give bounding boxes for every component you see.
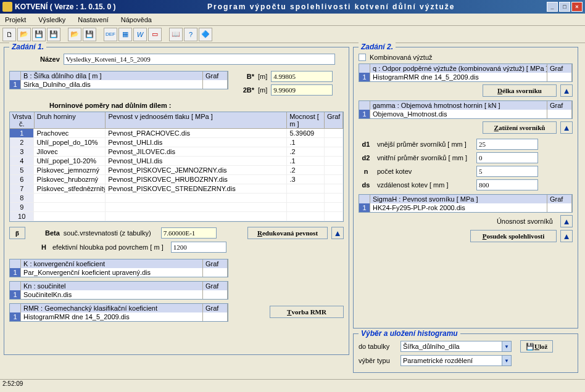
pevnost-cell[interactable] bbox=[106, 194, 287, 203]
delka-up-icon[interactable]: ▲ bbox=[560, 84, 573, 97]
table-row[interactable]: 3JílovecPevnost_JILOVEC.dis.2 bbox=[10, 147, 343, 157]
druh-cell[interactable] bbox=[34, 212, 106, 221]
table-row[interactable]: 1PrachovecPevnost_PRACHOVEC.dis5.39609 bbox=[10, 129, 343, 138]
h-value[interactable] bbox=[171, 242, 226, 253]
pevnost-cell[interactable] bbox=[106, 203, 287, 212]
ds-input[interactable] bbox=[476, 179, 538, 190]
rmr-graf-head[interactable]: Graf bbox=[203, 304, 228, 312]
minimize-button[interactable]: _ bbox=[547, 2, 558, 12]
graf-cell[interactable] bbox=[325, 203, 343, 212]
tool-new-icon[interactable]: 🗋 bbox=[2, 28, 16, 41]
do-tabulky-combo[interactable]: Šířka_důlního_díla ▼ bbox=[400, 341, 512, 352]
pevnost-cell[interactable]: Pevnost_UHLI.dis bbox=[106, 157, 287, 166]
mocnost-cell[interactable]: .2 bbox=[287, 147, 325, 157]
mocnost-cell[interactable]: .1 bbox=[287, 157, 325, 166]
zatizeni-svorniku-button[interactable]: Zatížení svorníků bbox=[483, 121, 557, 134]
tool-w-icon[interactable]: W bbox=[133, 28, 147, 41]
menu-nastaveni[interactable]: Nastavení bbox=[75, 15, 111, 25]
n-input[interactable] bbox=[476, 166, 538, 177]
druh-cell[interactable]: Pískovec_jemnozrný bbox=[34, 166, 106, 175]
tool-box-icon[interactable]: ▭ bbox=[148, 28, 162, 41]
maximize-button[interactable]: □ bbox=[559, 2, 570, 12]
tool-import-icon[interactable]: 📂 bbox=[68, 28, 81, 41]
tool-save-icon[interactable]: 💾 bbox=[32, 28, 46, 41]
tool-book-icon[interactable]: 📖 bbox=[169, 28, 183, 41]
pevnost-cell[interactable] bbox=[106, 212, 287, 221]
table-row[interactable]: 9 bbox=[10, 203, 343, 212]
k-file-cell[interactable]: Par_Konvergenční koeficient upravený.dis bbox=[21, 268, 203, 277]
kn-graf-head[interactable]: Graf bbox=[203, 282, 228, 290]
d1-input[interactable] bbox=[476, 139, 538, 150]
graf-cell[interactable] bbox=[325, 129, 343, 138]
pevnost-cell[interactable]: Pevnost_PISKOVEC_STREDNEZRNY.dis bbox=[106, 184, 287, 194]
tool-open-icon[interactable]: 📂 bbox=[17, 28, 31, 41]
q-file-cell[interactable]: HistogramRMR dne 14_5_2009.dis bbox=[370, 73, 547, 81]
druh-cell[interactable]: Uhlí_popel_do_10% bbox=[34, 138, 106, 147]
table-row[interactable]: 6Pískovec_hrubozrnýPevnost_PISKOVEC_HRUB… bbox=[10, 175, 343, 184]
d2-input[interactable] bbox=[476, 152, 538, 163]
table-row[interactable]: 5Pískovec_jemnozrnýPevnost_PISKOVEC_JEMN… bbox=[10, 166, 343, 175]
graf-cell[interactable] bbox=[325, 184, 343, 194]
tool-grid-icon[interactable]: ▦ bbox=[118, 28, 132, 41]
pevnost-cell[interactable]: Pevnost_UHLI.dis bbox=[106, 138, 287, 147]
redpev-up-icon[interactable]: ▲ bbox=[331, 227, 344, 239]
graf-cell[interactable] bbox=[325, 212, 343, 221]
druh-cell[interactable]: Pískovec_hrubozrný bbox=[34, 175, 106, 184]
graf-cell[interactable] bbox=[325, 157, 343, 166]
k-graf-head[interactable]: Graf bbox=[203, 259, 228, 268]
menu-napoveda[interactable]: Nápověda bbox=[118, 15, 154, 25]
b-graf-head[interactable]: Graf bbox=[203, 71, 228, 80]
druh-cell[interactable] bbox=[34, 203, 106, 212]
graf-cell[interactable] bbox=[325, 175, 343, 184]
tool-help-icon[interactable]: ? bbox=[184, 28, 197, 41]
graf-cell[interactable] bbox=[325, 147, 343, 157]
horniny-grid[interactable]: Vrstva č. Druh horniny Pevnost v jednoos… bbox=[9, 112, 344, 222]
menu-projekt[interactable]: Projekt bbox=[2, 15, 28, 25]
tvorba-rmr-button[interactable]: Tvorba RMR bbox=[270, 306, 344, 318]
zatizeni-up-icon[interactable]: ▲ bbox=[560, 121, 573, 134]
menu-vysledky[interactable]: Výsledky bbox=[36, 15, 68, 25]
delka-svorniku-button[interactable]: Délka svorníku bbox=[483, 84, 557, 97]
pevnost-cell[interactable]: Pevnost_JILOVEC.dis bbox=[106, 147, 287, 157]
posudek-button[interactable]: Posudek spolehlivosti bbox=[470, 230, 557, 242]
mocnost-cell[interactable] bbox=[287, 203, 325, 212]
pevnost-cell[interactable]: Pevnost_PISKOVEC_JEMNOZRNY.dis bbox=[106, 166, 287, 175]
rmr-file-cell[interactable]: HistogramRMR dne 14_5_2009.dis bbox=[21, 312, 203, 321]
graf-cell[interactable] bbox=[325, 166, 343, 175]
kombinovana-checkbox[interactable] bbox=[359, 54, 366, 61]
nazev-input[interactable] bbox=[64, 54, 335, 65]
b-file-cell[interactable]: Sirka_Dulniho_dila.dis bbox=[21, 80, 203, 89]
druh-cell[interactable] bbox=[34, 194, 106, 203]
tool-def-icon[interactable]: DEF bbox=[104, 28, 117, 41]
unosnost-up-icon[interactable]: ▲ bbox=[560, 215, 573, 227]
mocnost-cell[interactable] bbox=[287, 212, 325, 221]
tool-saveas-icon[interactable]: 💾 bbox=[47, 28, 60, 41]
graf-cell[interactable] bbox=[325, 194, 343, 203]
posudek-up-icon[interactable]: ▲ bbox=[560, 230, 573, 242]
graf-cell[interactable] bbox=[325, 138, 343, 147]
pevnost-cell[interactable]: Pevnost_PRACHOVEC.dis bbox=[106, 129, 287, 138]
vyber-typu-combo[interactable]: Parametrické rozdělení ▼ bbox=[400, 355, 512, 366]
tool-export-icon[interactable]: 💾 bbox=[83, 28, 96, 41]
druh-cell[interactable]: Jílovec bbox=[34, 147, 106, 157]
q-graf-head[interactable]: Graf bbox=[547, 64, 572, 73]
gamma-file-cell[interactable]: Objemova_Hmotnost.dis bbox=[370, 110, 547, 118]
mocnost-cell[interactable] bbox=[287, 194, 325, 203]
druh-cell[interactable]: Pískovec_střednězrnitý bbox=[34, 184, 106, 194]
b-graf-cell[interactable] bbox=[203, 80, 228, 89]
table-row[interactable]: 2Uhlí_popel_do_10%Pevnost_UHLI.dis.1 bbox=[10, 138, 343, 147]
pevnost-cell[interactable]: Pevnost_PISKOVEC_HRUBOZRNY.dis bbox=[106, 175, 287, 184]
tool-about-icon[interactable]: 🔷 bbox=[199, 28, 212, 41]
mocnost-cell[interactable] bbox=[287, 184, 325, 194]
mocnost-cell[interactable]: .1 bbox=[287, 138, 325, 147]
table-row[interactable]: 7Pískovec_střednězrnitýPevnost_PISKOVEC_… bbox=[10, 184, 343, 194]
redukovana-pevnost-button[interactable]: Redukovaná pevnost bbox=[247, 227, 328, 239]
table-row[interactable]: 10 bbox=[10, 212, 343, 221]
close-button[interactable]: × bbox=[571, 2, 583, 12]
mocnost-cell[interactable]: 5.39609 bbox=[287, 129, 325, 138]
druh-cell[interactable]: Prachovec bbox=[34, 129, 106, 138]
kn-file-cell[interactable]: SoučinitelKn.dis bbox=[21, 290, 203, 299]
mocnost-cell[interactable]: .2 bbox=[287, 166, 325, 175]
mocnost-cell[interactable]: .3 bbox=[287, 175, 325, 184]
beta-button[interactable]: β bbox=[9, 227, 25, 239]
